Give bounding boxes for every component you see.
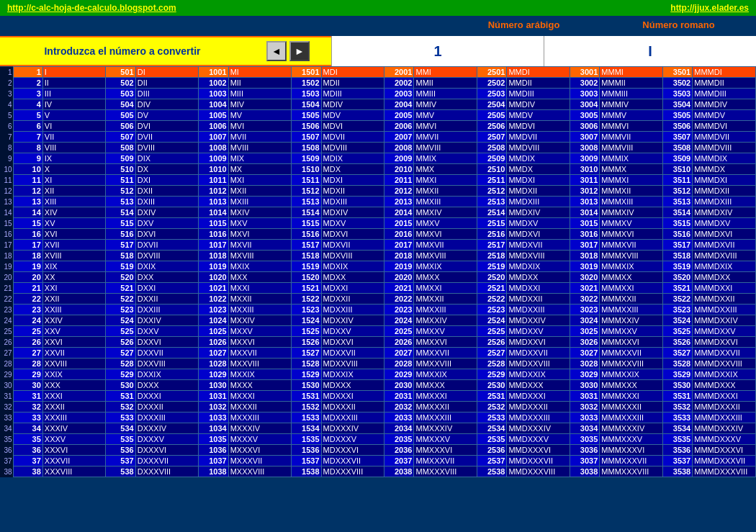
arabic-number: 3014	[570, 207, 600, 218]
arabic-number: 11	[13, 175, 42, 186]
arabic-number: 1522	[292, 294, 321, 305]
roman-numeral: DXXIV	[135, 315, 199, 326]
roman-numeral: MMDXXIX	[507, 369, 570, 380]
arabic-number: 32	[13, 402, 42, 412]
arabic-number: 20	[13, 272, 42, 283]
roman-numeral: MMMDXXVII	[693, 348, 756, 359]
roman-numeral: MDXVIII	[321, 251, 384, 261]
roman-numeral: MMMXII	[600, 186, 663, 197]
roman-numeral: DXI	[135, 175, 199, 186]
roman-numeral: MMDXXII	[507, 294, 570, 305]
arabic-number: 1509	[292, 153, 321, 164]
arabic-number: 16	[13, 229, 42, 240]
table-row: 22II502DII1002MII1502MDII2002MMII2502MMD…	[0, 78, 756, 89]
arabic-number: 3506	[663, 121, 693, 132]
arabic-number: 1009	[199, 153, 228, 164]
roman-numeral: MMDXXX	[507, 380, 570, 391]
table-row: 1313XIII513DXIII1013MXIII1513MDXIII2013M…	[0, 197, 756, 207]
arabic-number: 3523	[663, 305, 693, 315]
arabic-number: 1525	[292, 326, 321, 337]
next-button[interactable]: ►	[289, 41, 310, 61]
roman-numeral: IX	[42, 153, 106, 164]
arabic-number: 31	[13, 391, 42, 402]
arabic-number: 510	[106, 164, 135, 175]
arabic-number: 2531	[477, 391, 507, 402]
roman-numeral: MVIII	[228, 143, 292, 153]
roman-numeral: MDXXX	[321, 380, 384, 391]
roman-numeral: MMMDXVIII	[693, 251, 756, 261]
row-number: 24	[0, 315, 13, 326]
arabic-number: 2009	[384, 153, 414, 164]
arabic-number: 3512	[663, 186, 693, 197]
arabic-number: 517	[106, 240, 135, 251]
arabic-number: 3021	[570, 283, 600, 294]
arabic-number: 1032	[199, 402, 228, 412]
arabic-number: 2503	[477, 89, 507, 99]
arabic-number: 3521	[663, 283, 693, 294]
arabic-number: 1508	[292, 143, 321, 153]
arabic-number: 2514	[477, 207, 507, 218]
roman-numeral: MDXXIX	[321, 369, 384, 380]
roman-numeral: IV	[42, 99, 106, 110]
arabic-number: 1511	[292, 175, 321, 186]
roman-numeral: MMMDXIII	[693, 197, 756, 207]
roman-numeral: MMXVIII	[414, 251, 477, 261]
roman-numeral: MXXI	[228, 283, 292, 294]
arabic-number: 2511	[477, 175, 507, 186]
roman-numeral: MDXXIV	[321, 315, 384, 326]
table-row: 3030XXX530DXXX1030MXXX1530MDXXX2030MMXXX…	[0, 380, 756, 391]
arabic-number: 3530	[663, 380, 693, 391]
roman-numeral: MXXXVI	[228, 445, 292, 456]
roman-numeral: MMDXXVIII	[507, 359, 570, 369]
roman-numeral: MMMDXXXII	[693, 402, 756, 412]
roman-numeral: MMIV	[414, 99, 477, 110]
roman-numeral: MMI	[414, 67, 477, 78]
roman-numeral: MMMDXXXVIII	[693, 466, 756, 477]
arabic-number: 3024	[570, 315, 600, 326]
top-bar: http://c-alc-hoja-de-calculo.blogspot.co…	[0, 0, 756, 16]
roman-numeral: MMXXI	[414, 283, 477, 294]
roman-numeral: MXXV	[228, 326, 292, 337]
arabic-number: 1536	[292, 445, 321, 456]
arabic-number: 532	[106, 402, 135, 412]
arabic-number: 3527	[663, 348, 693, 359]
arabic-number: 3538	[663, 466, 693, 477]
roman-numeral: MMMXXXII	[600, 402, 663, 412]
roman-numeral: MMXXII	[414, 294, 477, 305]
arabic-number: 2510	[477, 164, 507, 175]
roman-numeral: MMMDXX	[693, 272, 756, 283]
roman-numeral: MMVIII	[414, 143, 477, 153]
roman-numeral: MXVI	[228, 229, 292, 240]
right-link[interactable]: http://jjux.elader.es	[670, 3, 749, 13]
roman-numeral: DV	[135, 110, 199, 121]
arabic-number: 1027	[199, 348, 228, 359]
arabic-number: 3030	[570, 380, 600, 391]
roman-numeral: MMMXXV	[600, 326, 663, 337]
row-number: 23	[0, 305, 13, 315]
arabic-number: 515	[106, 218, 135, 229]
roman-numeral: MMDVI	[507, 121, 570, 132]
table-row: 3535XXXV535DXXXV1035MXXXV1535MDXXXV2035M…	[0, 434, 756, 445]
arabic-number: 1524	[292, 315, 321, 326]
conversion-table: 11I501DI1001MI1501MDI2001MMI2501MMDI3001…	[0, 66, 756, 477]
roman-numeral: MMDXXXVI	[507, 445, 570, 456]
arabic-number: 1529	[292, 369, 321, 380]
arabic-number: 2021	[384, 283, 414, 294]
roman-numeral: MDXXXIV	[321, 423, 384, 434]
arabic-number: 1018	[199, 251, 228, 261]
row-number: 7	[0, 132, 13, 143]
arabic-number: 3524	[663, 315, 693, 326]
roman-numeral: DIX	[135, 153, 199, 164]
arabic-number: 26	[13, 337, 42, 348]
arabic-number: 3019	[570, 261, 600, 272]
arabic-number: 29	[13, 369, 42, 380]
arabic-number: 538	[106, 466, 135, 477]
arabic-number: 3016	[570, 229, 600, 240]
arabic-number: 3004	[570, 99, 600, 110]
arabic-number: 17	[13, 240, 42, 251]
roman-numeral: MMMDXXIII	[693, 305, 756, 315]
header-row: Número arábigo Número romano	[0, 16, 756, 36]
prev-button[interactable]: ◄	[266, 41, 287, 61]
left-link[interactable]: http://c-alc-hoja-de-calculo.blogspot.co…	[7, 3, 176, 13]
arabic-number: 1519	[292, 261, 321, 272]
